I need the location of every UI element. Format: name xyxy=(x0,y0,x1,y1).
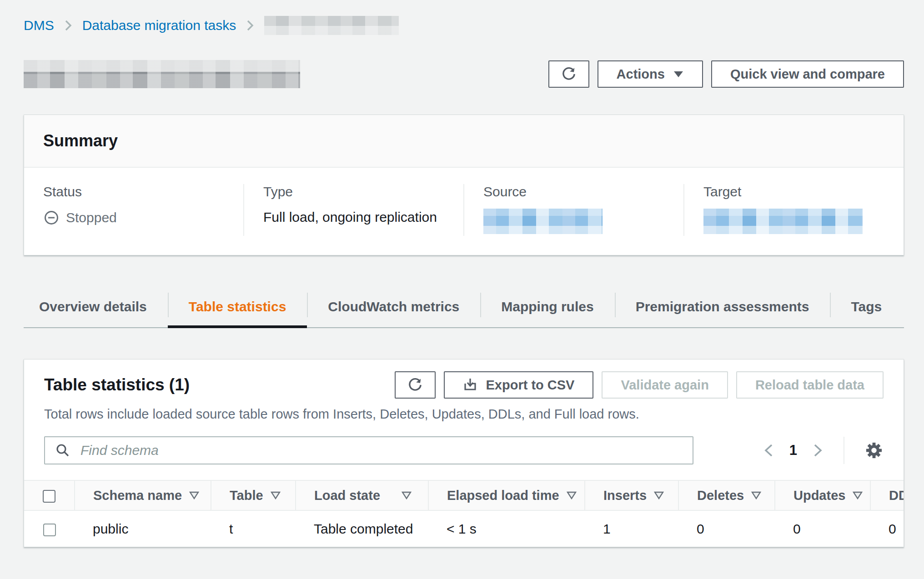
export-to-csv-button[interactable]: Export to CSV xyxy=(444,371,593,399)
refresh-icon xyxy=(561,66,577,82)
filter-icon xyxy=(567,491,577,499)
search-icon xyxy=(55,443,70,458)
row-checkbox[interactable] xyxy=(43,524,56,536)
search-input[interactable] xyxy=(44,436,693,464)
tab-cloudwatch-metrics[interactable]: CloudWatch metrics xyxy=(307,286,480,327)
quick-view-compare-button[interactable]: Quick view and compare xyxy=(711,60,904,88)
table-refresh-button[interactable] xyxy=(395,371,436,399)
page-content: DMS Database migration tasks Actions xyxy=(24,0,904,547)
refresh-button[interactable] xyxy=(548,60,589,88)
type-label: Type xyxy=(263,184,450,200)
page-title-redacted xyxy=(24,60,300,88)
summary-card: Summary Status Stopped Type Full load, o… xyxy=(24,115,904,255)
summary-field-status: Status Stopped xyxy=(24,184,243,236)
schema-search xyxy=(44,436,693,464)
cell-ddls: 0 xyxy=(870,510,904,547)
table-statistics-panel: Table statistics (1) Export to CSV Valid… xyxy=(24,359,904,547)
table-row: public t Table completed < 1 s 1 0 0 0 xyxy=(24,510,904,547)
validate-again-label: Validate again xyxy=(621,378,708,393)
table-header-row: Schema name Table Load state xyxy=(24,480,904,510)
filter-icon xyxy=(751,491,761,499)
settings-gear-icon[interactable] xyxy=(864,441,884,460)
next-page-button[interactable] xyxy=(813,442,824,459)
tab-bar: Overview details Table statistics CloudW… xyxy=(24,286,904,328)
current-page[interactable]: 1 xyxy=(789,442,797,459)
tab-table-statistics[interactable]: Table statistics xyxy=(168,286,307,327)
summary-field-target: Target xyxy=(683,184,904,236)
cell-table: t xyxy=(211,510,296,547)
breadcrumb-link-tasks[interactable]: Database migration tasks xyxy=(82,18,236,33)
summary-field-source: Source xyxy=(463,184,683,236)
filter-icon xyxy=(654,491,664,499)
target-value-redacted xyxy=(703,209,863,234)
column-header-deletes[interactable]: Deletes xyxy=(678,480,775,510)
summary-fields: Status Stopped Type Full load, ongoing r… xyxy=(24,168,904,255)
minus-circle-icon xyxy=(43,210,60,226)
chevron-right-icon xyxy=(246,19,254,32)
summary-card-header: Summary xyxy=(24,115,904,168)
export-to-csv-label: Export to CSV xyxy=(486,378,574,393)
status-value: Stopped xyxy=(66,210,117,225)
column-header-load-state[interactable]: Load state xyxy=(296,480,428,510)
chevron-right-icon xyxy=(64,19,72,32)
cell-updates: 0 xyxy=(775,510,870,547)
reload-table-data-label: Reload table data xyxy=(755,378,864,393)
filter-icon xyxy=(271,491,281,499)
prev-page-button[interactable] xyxy=(763,442,774,459)
validate-again-button[interactable]: Validate again xyxy=(602,371,728,399)
tab-premigration-assessments[interactable]: Premigration assessments xyxy=(615,286,830,327)
panel-description: Total rows include loaded source table r… xyxy=(44,407,884,422)
summary-field-type: Type Full load, ongoing replication xyxy=(243,184,463,236)
column-header-elapsed-load-time[interactable]: Elapsed load time xyxy=(428,480,585,510)
target-label: Target xyxy=(703,184,890,200)
tab-overview-details[interactable]: Overview details xyxy=(24,286,168,327)
breadcrumb-link-dms[interactable]: DMS xyxy=(24,18,54,33)
table-statistics-table: Schema name Table Load state xyxy=(24,480,904,547)
quick-view-compare-label: Quick view and compare xyxy=(730,67,885,82)
filter-icon xyxy=(402,491,412,499)
source-value-redacted xyxy=(483,209,603,234)
summary-title: Summary xyxy=(43,131,118,150)
pager-divider xyxy=(844,437,844,464)
panel-title: Table statistics (1) xyxy=(44,375,190,394)
select-all-checkbox[interactable] xyxy=(43,490,55,503)
source-label: Source xyxy=(483,184,670,200)
column-header-updates[interactable]: Updates xyxy=(775,480,870,510)
reload-table-data-button[interactable]: Reload table data xyxy=(736,371,884,399)
cell-schema-name: public xyxy=(75,510,211,547)
status-label: Status xyxy=(43,184,230,200)
actions-button-label: Actions xyxy=(617,67,665,82)
cell-inserts: 1 xyxy=(585,510,678,547)
pagination: 1 xyxy=(763,437,884,464)
cell-elapsed-load-time: < 1 s xyxy=(428,510,585,547)
refresh-icon xyxy=(407,377,423,393)
caret-down-icon xyxy=(673,70,684,78)
column-header-ddls[interactable]: DDLs xyxy=(870,480,904,510)
tab-mapping-rules[interactable]: Mapping rules xyxy=(480,286,614,327)
cell-load-state: Table completed xyxy=(296,510,428,547)
actions-button[interactable]: Actions xyxy=(598,60,703,88)
cell-deletes: 0 xyxy=(678,510,775,547)
download-icon xyxy=(463,378,477,392)
column-header-table[interactable]: Table xyxy=(211,480,296,510)
filter-icon xyxy=(853,491,863,499)
header-actions: Actions Quick view and compare xyxy=(548,60,904,88)
column-header-schema-name[interactable]: Schema name xyxy=(75,480,211,510)
column-header-inserts[interactable]: Inserts xyxy=(585,480,678,510)
breadcrumb-current-redacted xyxy=(264,16,399,35)
tab-tags[interactable]: Tags xyxy=(830,286,903,327)
filter-icon xyxy=(189,491,199,499)
type-value: Full load, ongoing replication xyxy=(263,210,450,225)
breadcrumb: DMS Database migration tasks xyxy=(24,15,904,35)
panel-actions: Export to CSV Validate again Reload tabl… xyxy=(395,371,884,399)
